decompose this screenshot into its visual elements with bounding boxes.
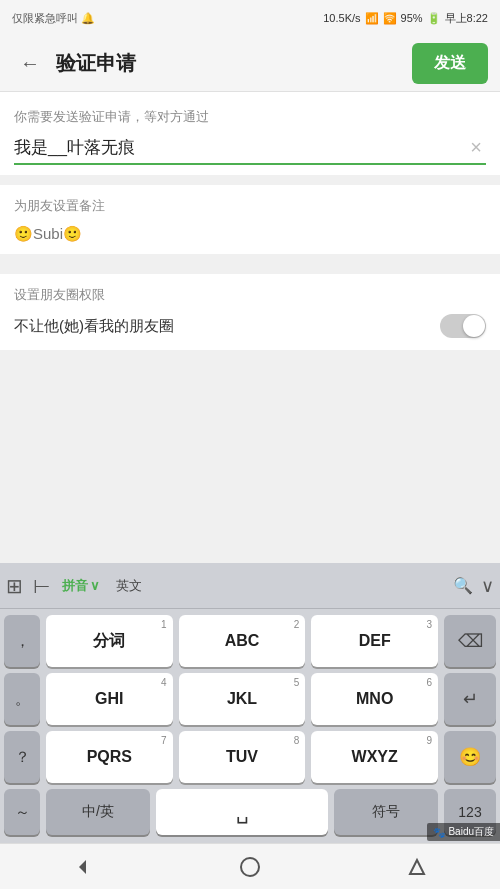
section-divider-2 [0, 254, 500, 264]
svg-marker-2 [410, 860, 424, 874]
key-pqrs[interactable]: 7 PQRS [46, 731, 173, 783]
sym-key-comma[interactable]: ， [4, 615, 40, 667]
section-divider-1 [0, 175, 500, 185]
kb-row-1: ， 。 ？ 1 分词 2 ABC 3 DEF [4, 615, 496, 783]
message-input[interactable] [14, 138, 466, 158]
privacy-toggle-label: 不让他(她)看我的朋友圈 [14, 317, 174, 336]
sym-key-tilde[interactable]: ～ [4, 789, 40, 835]
battery-icon: 🔋 [427, 12, 441, 25]
battery-level: 95% [401, 12, 423, 24]
emoji-key[interactable]: 😊 [444, 731, 496, 783]
key-wxyz[interactable]: 9 WXYZ [311, 731, 438, 783]
baidu-logo: 🐾 [433, 827, 445, 838]
svg-point-1 [241, 858, 259, 876]
space-key[interactable]: ␣ [156, 789, 329, 835]
expand-icon[interactable]: ∨ [481, 575, 494, 597]
grid-icon[interactable]: ⊞ [6, 574, 23, 598]
wifi-icon: 🛜 [383, 12, 397, 25]
send-button[interactable]: 发送 [412, 43, 488, 84]
network-speed: 10.5K/s [323, 12, 360, 24]
privacy-section: 设置朋友圈权限 不让他(她)看我的朋友圈 [0, 274, 500, 350]
keyboard-toolbar: ⊞ ⊢ 拼音 ∨ 英文 🔍 ∨ [0, 563, 500, 609]
signal-icon: 📶 [365, 12, 379, 25]
key-jkl[interactable]: 5 JKL [179, 673, 306, 725]
kb-action-col: ⌫ ↵ 😊 [444, 615, 496, 783]
remark-input[interactable] [14, 225, 486, 242]
kb-bottom-row: ～ 中/英 ␣ 符号 123 [4, 789, 496, 835]
backspace-key[interactable]: ⌫ [444, 615, 496, 667]
status-left: 仅限紧急呼叫 🔔 [12, 11, 95, 26]
time-display: 早上8:22 [445, 11, 488, 26]
nav-bar [0, 843, 500, 889]
svg-marker-0 [79, 860, 86, 874]
divider-icon[interactable]: ⊢ [33, 574, 50, 598]
back-button[interactable]: ← [12, 46, 48, 82]
page-title: 验证申请 [56, 50, 412, 77]
nav-home-icon [239, 856, 261, 878]
pinyin-btn[interactable]: 拼音 ∨ [54, 573, 108, 599]
remark-label: 为朋友设置备注 [14, 197, 486, 215]
key-ghi[interactable]: 4 GHI [46, 673, 173, 725]
form-area: 你需要发送验证申请，等对方通过 × [0, 92, 500, 175]
search-icon[interactable]: 🔍 [453, 576, 473, 595]
key-abc[interactable]: 2 ABC [179, 615, 306, 667]
sym-key-period[interactable]: 。 [4, 673, 40, 725]
nav-menu-icon [406, 856, 428, 878]
message-input-row: × [14, 136, 486, 165]
sym-key-question[interactable]: ？ [4, 731, 40, 783]
nav-home-button[interactable] [225, 849, 275, 885]
key-mno[interactable]: 6 MNO [311, 673, 438, 725]
enter-key[interactable]: ↵ [444, 673, 496, 725]
nav-back-button[interactable] [58, 849, 108, 885]
remark-input-row [14, 225, 486, 242]
privacy-label: 设置朋友圈权限 [14, 286, 486, 304]
zh-en-key[interactable]: 中/英 [46, 789, 150, 835]
baidu-watermark: 🐾 Baidu百度 [427, 823, 500, 841]
keyboard-body: ， 。 ？ 1 分词 2 ABC 3 DEF [0, 609, 500, 843]
key-tuv[interactable]: 8 TUV [179, 731, 306, 783]
privacy-toggle[interactable] [440, 314, 486, 338]
kb-sym-col: ， 。 ？ [4, 615, 40, 783]
keyboard-area: ⊞ ⊢ 拼音 ∨ 英文 🔍 ∨ ， 。 ？ 1 分词 [0, 563, 500, 843]
kb-main-row-2: 4 GHI 5 JKL 6 MNO [46, 673, 438, 725]
remark-section: 为朋友设置备注 [0, 185, 500, 254]
key-def[interactable]: 3 DEF [311, 615, 438, 667]
pinyin-arrow: ∨ [90, 578, 100, 593]
kb-main-row-1: 1 分词 2 ABC 3 DEF [46, 615, 438, 667]
status-bar: 仅限紧急呼叫 🔔 10.5K/s 📶 🛜 95% 🔋 早上8:22 [0, 0, 500, 36]
symbol-key[interactable]: 符号 [334, 789, 438, 835]
kb-main-cols: 1 分词 2 ABC 3 DEF 4 GHI [46, 615, 438, 783]
key-fenci[interactable]: 1 分词 [46, 615, 173, 667]
privacy-row: 不让他(她)看我的朋友圈 [14, 314, 486, 338]
status-right: 10.5K/s 📶 🛜 95% 🔋 早上8:22 [323, 11, 488, 26]
hint-text: 你需要发送验证申请，等对方通过 [14, 108, 486, 126]
title-bar: ← 验证申请 发送 [0, 36, 500, 92]
nav-menu-button[interactable] [392, 849, 442, 885]
nav-back-icon [72, 856, 94, 878]
english-btn[interactable]: 英文 [108, 573, 150, 599]
clear-button[interactable]: × [466, 136, 486, 159]
baidu-text: Baidu百度 [448, 825, 494, 839]
kb-main-row-3: 7 PQRS 8 TUV 9 WXYZ [46, 731, 438, 783]
